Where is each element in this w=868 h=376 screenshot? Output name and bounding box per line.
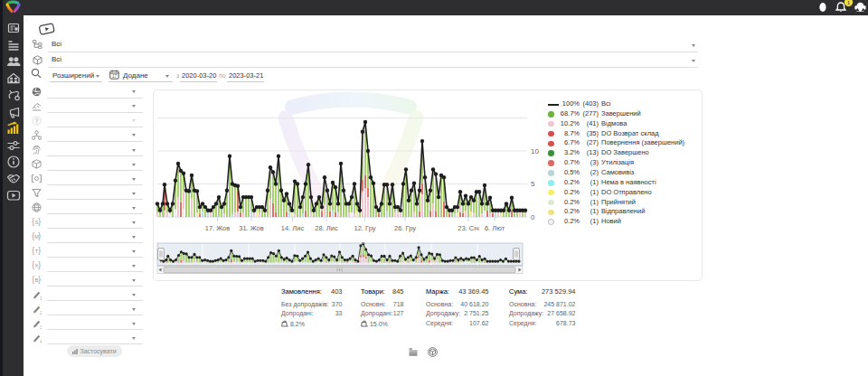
svg-text:5: 5 xyxy=(531,180,535,188)
svg-text:4: 4 xyxy=(40,338,42,343)
svg-text:12. Гру: 12. Гру xyxy=(354,224,376,232)
svg-text:1: 1 xyxy=(40,295,42,300)
svg-text:}: } xyxy=(38,261,41,270)
svg-text:3: 3 xyxy=(40,324,42,329)
svg-text:2: 2 xyxy=(40,309,42,315)
svg-text:14. Лис: 14. Лис xyxy=(281,224,305,232)
svg-text:10: 10 xyxy=(531,147,539,155)
svg-text:6. Лют: 6. Лют xyxy=(485,224,505,232)
svg-text:}: } xyxy=(38,247,41,256)
svg-text:0: 0 xyxy=(531,213,535,221)
svg-text:}: } xyxy=(38,276,41,285)
svg-text:?: ? xyxy=(35,118,39,124)
svg-text:26. Гру: 26. Гру xyxy=(394,224,416,232)
svg-text:23. Січ: 23. Січ xyxy=(458,224,479,232)
svg-text:28. Лис: 28. Лис xyxy=(315,224,338,232)
svg-text:17: 17 xyxy=(112,74,118,79)
svg-text:17. Жов: 17. Жов xyxy=(205,224,231,232)
svg-text:x: x xyxy=(287,324,288,327)
svg-text:31. Жов: 31. Жов xyxy=(239,224,264,232)
svg-text:}: } xyxy=(38,217,41,226)
svg-text:}: } xyxy=(38,232,41,241)
svg-text:x: x xyxy=(366,324,368,327)
svg-text:1: 1 xyxy=(847,0,850,5)
